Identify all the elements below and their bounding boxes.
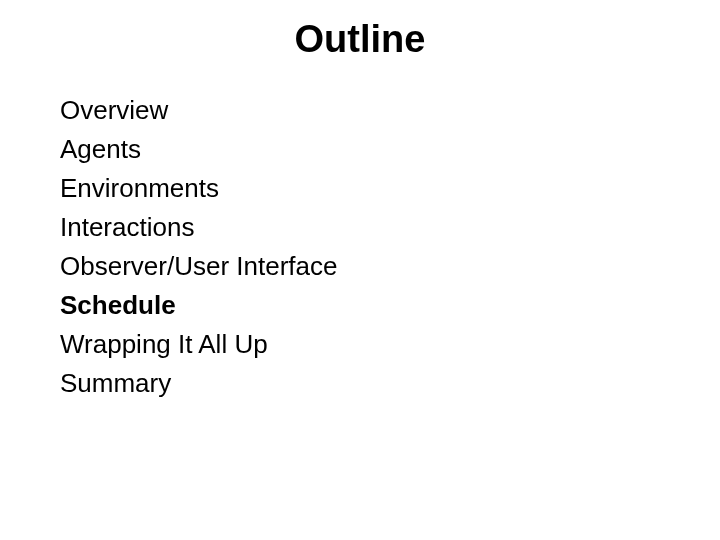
outline-list: Overview Agents Environments Interaction… — [0, 91, 720, 403]
outline-item: Observer/User Interface — [60, 247, 720, 286]
slide: Outline Overview Agents Environments Int… — [0, 0, 720, 540]
outline-item: Summary — [60, 364, 720, 403]
outline-item: Interactions — [60, 208, 720, 247]
outline-item: Agents — [60, 130, 720, 169]
outline-item: Schedule — [60, 286, 720, 325]
outline-item: Wrapping It All Up — [60, 325, 720, 364]
outline-item: Environments — [60, 169, 720, 208]
slide-title: Outline — [0, 18, 720, 61]
outline-item: Overview — [60, 91, 720, 130]
